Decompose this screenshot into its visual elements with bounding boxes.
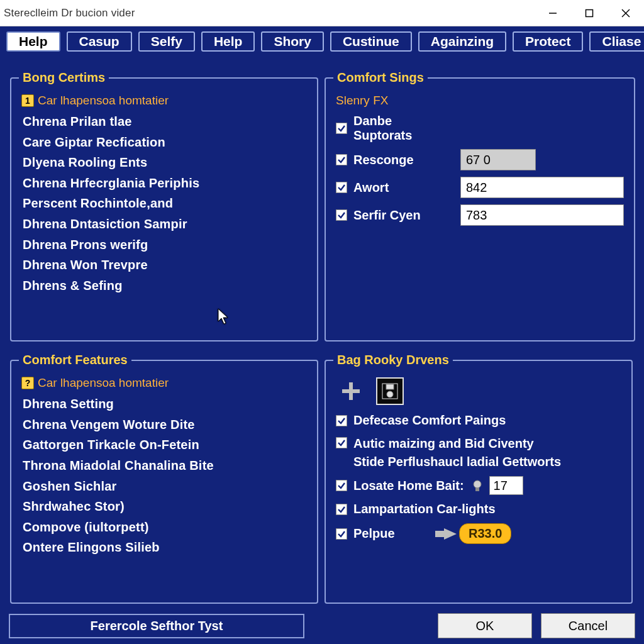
list-item[interactable]: Compove (iultorpett) bbox=[21, 517, 307, 538]
group-comfort-sings: Comfort Sings Slenry FX Danbe Suptorats … bbox=[325, 70, 635, 341]
version-pill: R33.0 bbox=[459, 523, 511, 544]
cursor-icon bbox=[218, 308, 230, 326]
settings-label: Serfir Cyen bbox=[353, 208, 454, 223]
svg-point-8 bbox=[387, 391, 393, 397]
tip-text: Car lhapensoa homtatier bbox=[38, 94, 169, 108]
group-legend: Bag Rooky Drvens bbox=[333, 353, 453, 367]
group-legend: Comfort Features bbox=[19, 353, 131, 367]
list-item[interactable]: Shrdwahec Stor) bbox=[21, 496, 307, 517]
menu-selfy[interactable]: Selfy bbox=[138, 31, 195, 52]
window-title: Stereclleim Dr bucion vider bbox=[0, 7, 535, 19]
minimize-button[interactable] bbox=[535, 0, 571, 26]
titlebar: Stereclleim Dr bucion vider bbox=[0, 0, 644, 26]
menu-help-active[interactable]: Help bbox=[6, 31, 60, 52]
bottombar: Ferercole Sefthor Tyst OK Cancel bbox=[0, 608, 644, 644]
svg-marker-12 bbox=[444, 528, 457, 540]
svg-point-9 bbox=[474, 480, 481, 488]
serfir-input[interactable] bbox=[460, 204, 624, 226]
info-icon: 1 bbox=[21, 94, 34, 107]
svg-rect-11 bbox=[435, 531, 444, 537]
checkbox[interactable] bbox=[336, 504, 347, 515]
add-button[interactable] bbox=[337, 377, 365, 405]
list-item[interactable]: Dhrena Won Trevpre bbox=[21, 255, 307, 275]
checkbox[interactable] bbox=[336, 154, 347, 165]
driver-toolbar bbox=[337, 377, 621, 405]
settings-label: Awort bbox=[353, 180, 454, 195]
group-legend: Comfort Sings bbox=[333, 70, 428, 85]
svg-rect-10 bbox=[475, 488, 479, 491]
checkbox[interactable] bbox=[336, 437, 347, 448]
help-icon: ? bbox=[21, 377, 34, 389]
tip-row: 1 Car lhapensoa homtatier bbox=[21, 94, 307, 108]
list-item[interactable]: Goshen Sichlar bbox=[21, 476, 307, 497]
driver-row-lampartation: Lampartation Car-lights bbox=[336, 500, 621, 518]
menu-cliase[interactable]: Cliase bbox=[589, 31, 644, 52]
driver-row-autic: Autic maizing and Bid Civenty Stide Perf… bbox=[336, 435, 621, 471]
list-item[interactable]: Dhrena Prons werifg bbox=[21, 235, 307, 255]
menu-shory[interactable]: Shory bbox=[261, 31, 324, 52]
resconge-input[interactable] bbox=[460, 149, 536, 170]
driver-label: Pelpue bbox=[353, 525, 429, 543]
checkbox[interactable] bbox=[336, 182, 347, 193]
list-item[interactable]: Ontere Elingons Silieb bbox=[21, 537, 307, 558]
tip-row: ? Car lhapensoa homtatier bbox=[21, 376, 307, 390]
menu-help[interactable]: Help bbox=[201, 31, 255, 52]
settings-sub: Slenry FX bbox=[336, 94, 624, 108]
list-item[interactable]: Throna Miadolal Chanalina Bite bbox=[21, 455, 307, 476]
main-panel: Bong Certims 1 Car lhapensoa homtatier C… bbox=[0, 57, 644, 608]
checkbox[interactable] bbox=[336, 415, 347, 426]
checkbox[interactable] bbox=[336, 528, 347, 540]
driver-row-losate: Losate Home Bait: bbox=[336, 476, 621, 495]
driver-label: Defecase Comfort Paings bbox=[353, 411, 621, 430]
list-item[interactable]: Dhrens & Sefing bbox=[21, 275, 307, 296]
tip-text: Car lhapensoa homtatier bbox=[38, 376, 169, 390]
list-item[interactable]: Chrena Hrfecrglania Periphis bbox=[21, 173, 307, 194]
settings-row-awort: Awort bbox=[336, 177, 624, 198]
driver-label: Lampartation Car-lights bbox=[353, 500, 621, 518]
certims-list: Chrena Prilan tlae Care Giptar Recficati… bbox=[21, 111, 307, 296]
svg-rect-7 bbox=[386, 384, 394, 389]
menubar: Help Casup Selfy Help Shory Custinue Aga… bbox=[0, 26, 644, 57]
list-item[interactable]: Gattorgen Tirkacle On-Fetein bbox=[21, 435, 307, 455]
menu-casup[interactable]: Casup bbox=[67, 31, 132, 52]
driver-label: Losate Home Bait: bbox=[353, 477, 464, 495]
awort-input[interactable] bbox=[460, 177, 624, 198]
list-item[interactable]: Care Giptar Recfication bbox=[21, 132, 307, 153]
settings-row-danbe: Danbe Suptorats bbox=[336, 114, 624, 143]
losate-input[interactable] bbox=[489, 476, 523, 495]
menu-protect[interactable]: Protect bbox=[513, 31, 583, 52]
checkbox[interactable] bbox=[336, 209, 347, 221]
list-item[interactable]: Dhrena Setting bbox=[21, 394, 307, 414]
status-box: Ferercole Sefthor Tyst bbox=[9, 614, 304, 638]
settings-label: Resconge bbox=[353, 153, 454, 167]
list-item[interactable]: Dhrena Dntasiction Sampir bbox=[21, 214, 307, 235]
driver-label: Autic maizing and Bid Civenty Stide Perf… bbox=[353, 435, 621, 471]
checkbox[interactable] bbox=[336, 123, 347, 134]
group-bag-rooky-drvens: Bag Rooky Drvens Defecase Comfort Paings… bbox=[325, 353, 633, 604]
driver-row-defecase: Defecase Comfort Paings bbox=[336, 411, 621, 430]
settings-row-resconge: Resconge bbox=[336, 149, 624, 170]
bulb-icon bbox=[470, 479, 484, 492]
close-button[interactable] bbox=[608, 0, 644, 26]
features-list: Dhrena Setting Chrena Vengem Woture Dite… bbox=[21, 394, 307, 558]
menu-custinue[interactable]: Custinue bbox=[330, 31, 412, 52]
svg-rect-1 bbox=[586, 9, 593, 16]
ok-button[interactable]: OK bbox=[438, 613, 532, 638]
group-bong-certims: Bong Certims 1 Car lhapensoa homtatier C… bbox=[10, 70, 318, 341]
list-item[interactable]: Chrena Vengem Woture Dite bbox=[21, 414, 307, 435]
list-item[interactable]: Chrena Prilan tlae bbox=[21, 111, 307, 132]
list-item[interactable]: Perscent Rochintole,and bbox=[21, 193, 307, 214]
settings-label: Danbe Suptorats bbox=[353, 114, 454, 143]
driver-row-pelpue: Pelpue R33.0 bbox=[336, 523, 621, 544]
cancel-button[interactable]: Cancel bbox=[541, 613, 635, 638]
bolt-icon bbox=[435, 527, 454, 541]
group-legend: Bong Certims bbox=[19, 70, 109, 85]
group-comfort-features: Comfort Features ? Car lhapensoa homtati… bbox=[10, 353, 318, 604]
checkbox[interactable] bbox=[336, 480, 347, 491]
list-item[interactable]: Dlyena Rooling Ents bbox=[21, 152, 307, 173]
maximize-button[interactable] bbox=[571, 0, 608, 26]
settings-row-serfir: Serfir Cyen bbox=[336, 204, 624, 226]
save-button[interactable] bbox=[376, 377, 404, 405]
menu-againzing[interactable]: Againzing bbox=[418, 31, 506, 52]
